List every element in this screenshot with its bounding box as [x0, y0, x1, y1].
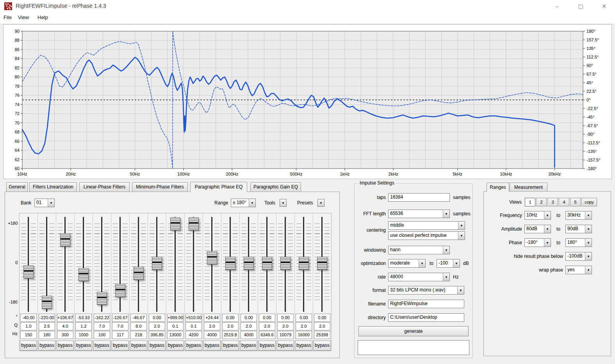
band-frequency-value[interactable]: 300: [57, 331, 73, 339]
taps-input[interactable]: 16384: [388, 193, 450, 202]
band-frequency-value[interactable]: 1000: [75, 331, 92, 339]
range-select[interactable]: ± 180°▼: [231, 199, 256, 207]
band-degree-value[interactable]: -162.22: [94, 314, 110, 322]
bypass-button[interactable]: bypass: [148, 341, 166, 351]
band-frequency-value[interactable]: 396.85: [149, 331, 165, 339]
bypass-button[interactable]: bypass: [203, 341, 221, 351]
slider-track[interactable]: [193, 217, 194, 312]
bypass-button[interactable]: bypass: [57, 341, 74, 351]
bypass-button[interactable]: bypass: [185, 341, 202, 351]
band-degree-value[interactable]: 0.00: [222, 314, 239, 322]
band-frequency-value[interactable]: 218: [130, 331, 147, 339]
phase-slider-thumb[interactable]: [115, 284, 125, 297]
band-frequency-value[interactable]: 16000: [296, 331, 312, 339]
band-q-value[interactable]: 0.1: [185, 322, 202, 330]
phase-slider-thumb[interactable]: [152, 257, 162, 270]
bypass-button[interactable]: bypass: [130, 341, 147, 351]
chevron-down-icon[interactable]: ▼: [443, 210, 449, 218]
phase-slider-thumb[interactable]: [23, 265, 34, 279]
phase-slider-thumb[interactable]: [262, 257, 272, 270]
phase-to-select[interactable]: 180°▼: [565, 238, 592, 247]
band-degree-value[interactable]: +510.00: [185, 314, 202, 322]
band-frequency-value[interactable]: 4000: [241, 331, 257, 339]
band-frequency-value[interactable]: 4000: [204, 331, 220, 339]
band-degree-value[interactable]: 0.00: [296, 314, 312, 322]
band-degree-value[interactable]: 0.00: [314, 314, 330, 322]
phase-slider-thumb[interactable]: [299, 257, 309, 270]
chevron-down-icon[interactable]: ▼: [544, 239, 551, 247]
chevron-down-icon[interactable]: ▼: [48, 199, 54, 207]
chevron-down-icon[interactable]: ▼: [585, 252, 592, 260]
phase-slider-thumb[interactable]: [97, 292, 107, 305]
band-q-value[interactable]: 2.0: [296, 322, 312, 330]
format-select[interactable]: 32 bits LPCM mono (.wav)▼: [388, 286, 464, 295]
tab-measurement[interactable]: Measurement: [510, 183, 547, 192]
band-degree-value[interactable]: +24.44: [204, 314, 220, 322]
menu-view[interactable]: View: [18, 14, 29, 20]
band-frequency-value[interactable]: 10079: [277, 331, 294, 339]
slider-track[interactable]: [83, 217, 84, 312]
view-button-3[interactable]: 3: [547, 198, 558, 206]
bypass-button[interactable]: bypass: [258, 341, 276, 351]
chevron-down-icon[interactable]: ▼: [457, 286, 464, 294]
generate-button[interactable]: generate: [358, 326, 469, 336]
band-q-value[interactable]: 2.0: [259, 322, 275, 330]
band-q-value[interactable]: 2.0: [222, 322, 239, 330]
centering-mode-select[interactable]: use closest perfect impulse▼: [388, 231, 465, 240]
amplitude-to-select[interactable]: 90dB▼: [565, 225, 592, 233]
band-frequency-value[interactable]: 4200: [185, 331, 202, 339]
menu-file[interactable]: File: [4, 14, 12, 20]
bypass-button[interactable]: bypass: [277, 341, 294, 351]
band-frequency-value[interactable]: 6349.6: [259, 331, 275, 339]
filename-input[interactable]: RightFEWimpulse: [388, 300, 464, 308]
fft-length-select[interactable]: 65536▼: [388, 210, 450, 218]
bank-select[interactable]: 01▼: [34, 199, 55, 207]
tab-paragraphic-phase-eq[interactable]: Paragraphic Phase EQ: [190, 182, 247, 192]
directory-input[interactable]: C:\Users\user\Desktop: [388, 313, 464, 322]
band-q-value[interactable]: 7.0: [112, 322, 128, 330]
phase-from-select[interactable]: -180°▼: [524, 238, 551, 247]
band-degree-value[interactable]: -126.67: [112, 314, 128, 322]
band-frequency-value[interactable]: 117: [112, 331, 128, 339]
slider-track[interactable]: [138, 217, 139, 312]
phase-slider-thumb[interactable]: [60, 233, 70, 247]
band-q-value[interactable]: 0.1: [167, 322, 184, 330]
bypass-button[interactable]: bypass: [93, 341, 111, 351]
phase-slider-thumb[interactable]: [189, 217, 199, 231]
chevron-down-icon[interactable]: ▼: [544, 225, 551, 233]
band-q-value[interactable]: 2.0: [277, 322, 294, 330]
slider-track[interactable]: [175, 217, 176, 312]
bypass-button[interactable]: bypass: [167, 341, 184, 351]
chevron-down-icon[interactable]: ▼: [453, 259, 460, 267]
chevron-down-icon[interactable]: ▼: [585, 239, 592, 247]
chevron-down-icon[interactable]: ▼: [458, 222, 465, 229]
tab-ranges[interactable]: Ranges: [487, 183, 509, 192]
bypass-button[interactable]: bypass: [314, 341, 331, 351]
band-degree-value[interactable]: -40.00: [20, 314, 37, 322]
chevron-down-icon[interactable]: ▼: [585, 211, 592, 219]
phase-slider-thumb[interactable]: [170, 217, 180, 231]
phase-slider-thumb[interactable]: [207, 251, 217, 265]
windowing-select[interactable]: hann▼: [388, 246, 450, 254]
band-frequency-value[interactable]: 180: [39, 331, 55, 339]
frequency-to-select[interactable]: 30kHz▼: [565, 211, 592, 220]
bypass-button[interactable]: bypass: [38, 341, 55, 351]
band-degree-value[interactable]: 0.00: [277, 314, 294, 322]
phase-slider-thumb[interactable]: [225, 257, 235, 270]
tab-minimum-phase-filters[interactable]: Minimum-Phase Filters: [132, 182, 188, 192]
centering-select[interactable]: middle▼: [388, 221, 465, 230]
bypass-button[interactable]: bypass: [295, 341, 312, 351]
band-q-value[interactable]: 8.0: [130, 322, 147, 330]
phase-slider-thumb[interactable]: [134, 267, 144, 280]
chevron-down-icon[interactable]: ▼: [585, 225, 592, 233]
optimization-level-select[interactable]: -100▼: [437, 259, 460, 268]
band-frequency-value[interactable]: 150: [20, 331, 37, 339]
band-degree-value[interactable]: -220.00: [39, 314, 55, 322]
band-q-value[interactable]: 2.0: [241, 322, 257, 330]
phase-slider-thumb[interactable]: [78, 268, 89, 281]
band-q-value[interactable]: 1.0: [20, 322, 37, 330]
amplitude-from-select[interactable]: 60dB▼: [524, 225, 551, 233]
slider-track[interactable]: [28, 217, 29, 312]
band-degree-value[interactable]: +999.00: [167, 314, 184, 322]
close-button[interactable]: ✕: [595, 0, 613, 12]
